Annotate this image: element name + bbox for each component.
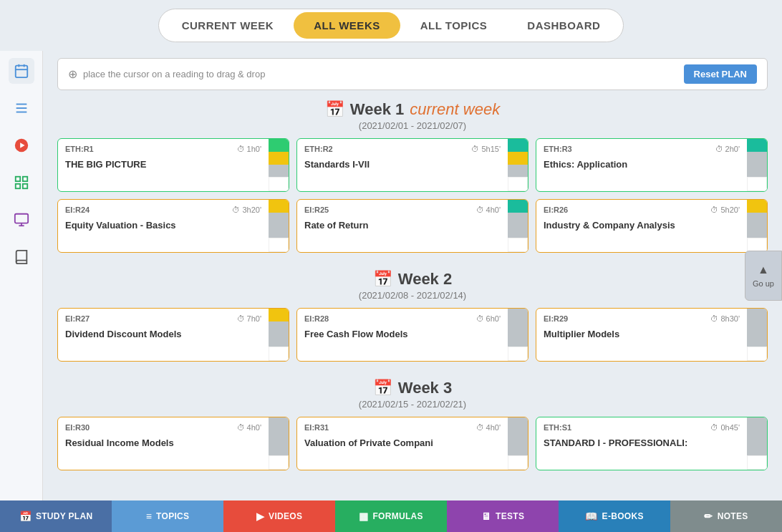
main-layout: ⊕ place the cursor on a reading to drag … bbox=[0, 51, 782, 500]
week-3-date-range: (2021/02/15 - 2021/02/21) bbox=[57, 399, 768, 410]
card-main-ei-r28: EI:R28 ⏱ 6h0' Free Cash Flow Models bbox=[297, 309, 508, 361]
card-title: Dividend Discount Models bbox=[65, 329, 261, 339]
card-time: ⏱ 5h15' bbox=[471, 145, 501, 153]
reading-card-eth-r1[interactable]: ETH:R1 ⏱ 1h0' THE BIG PICTURE bbox=[57, 138, 289, 192]
sidebar-icon-grid[interactable] bbox=[9, 170, 34, 195]
card-strips bbox=[269, 309, 289, 361]
sidebar-icon-calendar[interactable] bbox=[9, 58, 34, 84]
reading-card-eth-r3[interactable]: ETH:R3 ⏱ 2h0' Ethics: Application bbox=[536, 138, 768, 192]
card-ref: EI:R27 bbox=[65, 314, 90, 323]
week-section-3: 📅 Week 3 (2021/02/15 - 2021/02/21) EI:R3… bbox=[57, 379, 768, 470]
card-time: ⏱ 4h0' bbox=[476, 423, 501, 432]
week-3-calendar-icon: 📅 bbox=[373, 379, 392, 397]
card-strips bbox=[508, 139, 528, 191]
svg-rect-9 bbox=[15, 177, 19, 181]
study-plan-icon: 📅 bbox=[19, 511, 32, 522]
card-ref: EI:R25 bbox=[304, 205, 329, 214]
sidebar-icon-list[interactable] bbox=[9, 95, 34, 121]
card-time: ⏱ 1h0' bbox=[237, 145, 261, 153]
card-ref: ETH:R1 bbox=[65, 145, 94, 153]
videos-label: VIDEOS bbox=[269, 511, 302, 521]
svg-rect-12 bbox=[22, 184, 26, 188]
card-time: ⏱ 7h0' bbox=[237, 314, 261, 323]
card-ref: ETH:R2 bbox=[304, 145, 333, 153]
reading-card-ei-r24[interactable]: EI:R24 ⏱ 3h20' Equity Valuation - Basics bbox=[57, 199, 289, 253]
card-main-ei-r24: EI:R24 ⏱ 3h20' Equity Valuation - Basics bbox=[58, 200, 269, 252]
svg-rect-10 bbox=[22, 177, 26, 181]
week-2-label: Week 2 bbox=[398, 270, 452, 289]
sidebar-icon-play[interactable] bbox=[9, 132, 34, 158]
content-area: ⊕ place the cursor on a reading to drag … bbox=[43, 51, 782, 500]
reading-card-ei-r27[interactable]: EI:R27 ⏱ 7h0' Dividend Discount Models bbox=[57, 308, 289, 362]
card-time: ⏱ 8h30' bbox=[710, 314, 740, 323]
card-strips bbox=[508, 200, 528, 252]
ebooks-label: E-BOOKS bbox=[602, 511, 644, 521]
sidebar-icon-monitor[interactable] bbox=[9, 207, 34, 233]
card-time: ⏱ 6h0' bbox=[476, 314, 501, 323]
study-plan-label: STUDY PLAN bbox=[36, 511, 92, 521]
sidebar bbox=[0, 51, 43, 500]
week-2-header: 📅 Week 2 (2021/02/08 - 2021/02/14) bbox=[57, 270, 768, 301]
card-time: ⏱ 2h0' bbox=[715, 145, 740, 153]
card-title: Multiplier Models bbox=[544, 329, 740, 339]
reading-card-ei-r31[interactable]: EI:R31 ⏱ 4h0' Valuation of Private Compa… bbox=[296, 417, 528, 470]
bottom-toolbar: 📅 STUDY PLAN ≡ TOPICS ▶ VIDEOS ▦ FORMULA… bbox=[0, 500, 782, 532]
toolbar-formulas[interactable]: ▦ FORMULAS bbox=[335, 500, 447, 532]
card-strips bbox=[747, 200, 767, 252]
go-up-label: Go up bbox=[753, 279, 774, 288]
toolbar-notes[interactable]: ✏ NOTES bbox=[670, 500, 782, 532]
card-time: ⏱ 4h0' bbox=[476, 205, 501, 214]
toolbar-ebooks[interactable]: 📖 E-BOOKS bbox=[559, 500, 670, 532]
card-title: Industry & Company Analysis bbox=[544, 220, 740, 231]
sidebar-icon-book[interactable] bbox=[9, 244, 34, 270]
toolbar-videos[interactable]: ▶ VIDEOS bbox=[223, 500, 335, 532]
toolbar-topics[interactable]: ≡ TOPICS bbox=[112, 500, 223, 532]
week-section-2: 📅 Week 2 (2021/02/08 - 2021/02/14) EI:R2… bbox=[57, 270, 768, 362]
week-2-reading-grid: EI:R27 ⏱ 7h0' Dividend Discount Models bbox=[57, 308, 768, 362]
tab-all-topics[interactable]: ALL TOPICS bbox=[400, 12, 508, 39]
topics-icon: ≡ bbox=[146, 511, 152, 522]
toolbar-tests[interactable]: 🖥 TESTS bbox=[447, 500, 559, 532]
week-1-date-range: (2021/02/01 - 2021/02/07) bbox=[57, 120, 768, 131]
reading-card-ei-r26[interactable]: EI:R26 ⏱ 5h20' Industry & Company Analys… bbox=[536, 199, 768, 253]
toolbar-study-plan[interactable]: 📅 STUDY PLAN bbox=[0, 500, 112, 532]
nav-tab-group: CURRENT WEEK ALL WEEKS ALL TOPICS DASHBO… bbox=[158, 9, 624, 42]
notes-label: NOTES bbox=[718, 511, 748, 521]
reading-card-eth-s1[interactable]: ETH:S1 ⏱ 0h45' STANDARD I - PROFESSIONAL… bbox=[536, 417, 768, 470]
reading-card-eth-r2[interactable]: ETH:R2 ⏱ 5h15' Standards I-VII bbox=[296, 138, 528, 192]
card-title: Standards I-VII bbox=[304, 159, 501, 170]
week-section-1: 📅 Week 1 current week (2021/02/01 - 2021… bbox=[57, 100, 768, 253]
videos-icon: ▶ bbox=[256, 511, 264, 522]
current-week-badge: current week bbox=[410, 100, 500, 119]
card-main-ei-r31: EI:R31 ⏱ 4h0' Valuation of Private Compa… bbox=[297, 417, 508, 470]
go-up-button[interactable]: ▲ Go up bbox=[745, 251, 782, 301]
card-main-ei-r26: EI:R26 ⏱ 5h20' Industry & Company Analys… bbox=[536, 200, 747, 252]
reading-card-ei-r29[interactable]: EI:R29 ⏱ 8h30' Multiplier Models bbox=[536, 308, 768, 362]
card-main-ei-r29: EI:R29 ⏱ 8h30' Multiplier Models bbox=[536, 309, 747, 361]
tab-dashboard[interactable]: DASHBOARD bbox=[507, 12, 620, 39]
tab-all-weeks[interactable]: ALL WEEKS bbox=[294, 12, 400, 39]
card-title: Rate of Return bbox=[304, 220, 501, 231]
week-3-reading-grid: EI:R30 ⏱ 4h0' Residual Income Models bbox=[57, 417, 768, 470]
card-title: Ethics: Application bbox=[544, 159, 740, 170]
tab-current-week[interactable]: CURRENT WEEK bbox=[162, 12, 294, 39]
card-strips bbox=[508, 309, 528, 361]
reading-card-ei-r28[interactable]: EI:R28 ⏱ 6h0' Free Cash Flow Models bbox=[296, 308, 528, 362]
card-main-eth-r3: ETH:R3 ⏱ 2h0' Ethics: Application bbox=[536, 139, 747, 191]
card-title: STANDARD I - PROFESSIONALI: bbox=[544, 437, 740, 448]
week-1-title: 📅 Week 1 current week bbox=[57, 100, 768, 119]
card-ref: ETH:S1 bbox=[544, 423, 571, 432]
card-main-eth-r1: ETH:R1 ⏱ 1h0' THE BIG PICTURE bbox=[58, 139, 269, 191]
week-2-date-range: (2021/02/08 - 2021/02/14) bbox=[57, 290, 768, 301]
card-strips bbox=[269, 200, 289, 252]
week-3-header: 📅 Week 3 (2021/02/15 - 2021/02/21) bbox=[57, 379, 768, 410]
go-up-arrow-icon: ▲ bbox=[758, 263, 769, 276]
formulas-label: FORMULAS bbox=[372, 511, 423, 521]
formulas-icon: ▦ bbox=[359, 511, 368, 522]
week-2-calendar-icon: 📅 bbox=[373, 270, 392, 289]
reset-plan-button[interactable]: Reset PLAN bbox=[684, 64, 757, 84]
card-strips bbox=[269, 417, 289, 470]
reading-card-ei-r25[interactable]: EI:R25 ⏱ 4h0' Rate of Return bbox=[296, 199, 528, 253]
svg-rect-0 bbox=[15, 66, 27, 78]
reading-card-ei-r30[interactable]: EI:R30 ⏱ 4h0' Residual Income Models bbox=[57, 417, 289, 470]
